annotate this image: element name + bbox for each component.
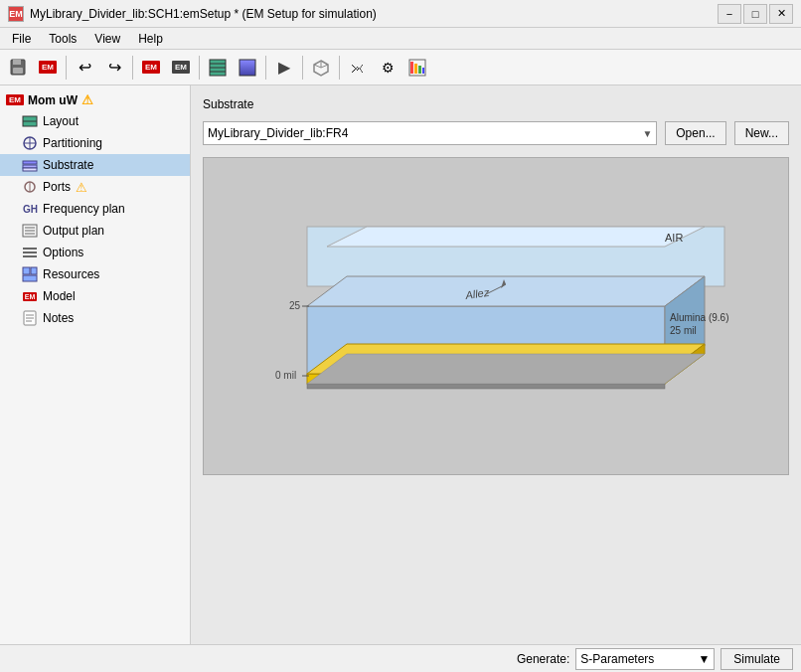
svg-rect-24 [23, 168, 37, 171]
options-icon [22, 245, 38, 260]
menu-tools[interactable]: Tools [41, 30, 84, 48]
sidebar-item-model[interactable]: EM Model [0, 285, 190, 307]
svg-marker-43 [327, 227, 705, 247]
sidebar-item-label-notes: Notes [43, 311, 74, 325]
alumina-mil: 25 mil [670, 325, 697, 336]
svg-marker-45 [307, 276, 705, 306]
svg-text:GHz: GHz [23, 204, 38, 215]
close-button[interactable]: ✕ [769, 4, 793, 24]
svg-rect-15 [418, 66, 421, 74]
substrate-visualization: AIR [203, 157, 789, 475]
main-container: EM Mom uW ⚠ Layout Partitioning Substrat… [0, 85, 801, 644]
sidebar-item-options[interactable]: Options [0, 242, 190, 263]
play-button[interactable]: ▶ [270, 54, 298, 82]
svg-rect-2 [13, 68, 23, 74]
marker-25: 25 [289, 300, 301, 311]
sidebar-group-header[interactable]: EM Mom uW ⚠ [0, 89, 190, 110]
undo-button[interactable]: ↩ [71, 54, 98, 82]
new-button[interactable]: New... [734, 121, 789, 145]
status-bar: Generate: S-Parameters ▼ Simulate [0, 644, 801, 672]
em-left-button[interactable]: EM [137, 54, 165, 82]
sidebar-item-substrate[interactable]: Substrate [0, 154, 190, 176]
title-bar-left: EM MyLibrary_Divider_lib:SCH1:emSetup * … [8, 6, 377, 22]
minimize-button[interactable]: − [718, 4, 741, 24]
svg-rect-7 [240, 60, 255, 76]
toolbar-separator-2 [132, 56, 133, 80]
svg-rect-35 [23, 267, 30, 274]
svg-rect-33 [23, 252, 37, 253]
toolbar-separator-6 [339, 56, 340, 80]
sidebar-item-notes[interactable]: Notes [0, 307, 190, 329]
model-icon: EM [22, 288, 38, 304]
substrate-dropdown[interactable]: MyLibrary_Divider_lib:FR4 ▼ [203, 121, 657, 145]
sidebar-item-label-frequency-plan: Frequency plan [43, 202, 125, 216]
alumina-label: Alumina (9.6) [670, 312, 728, 323]
menu-help[interactable]: Help [130, 30, 171, 48]
sidebar-item-label-resources: Resources [43, 267, 99, 281]
menu-bar: File Tools View Help [0, 28, 801, 50]
open-button[interactable]: Open... [665, 121, 725, 145]
window-title: MyLibrary_Divider_lib:SCH1:emSetup * (EM… [30, 7, 377, 21]
spectrum-button[interactable] [403, 54, 431, 82]
svg-rect-22 [23, 161, 37, 164]
gradient-button[interactable] [234, 54, 261, 82]
sidebar: EM Mom uW ⚠ Layout Partitioning Substrat… [0, 85, 191, 644]
maximize-button[interactable]: □ [743, 4, 767, 24]
svg-rect-37 [23, 275, 37, 281]
menu-view[interactable]: View [86, 30, 128, 48]
app-icon-label: EM [9, 9, 23, 19]
svg-marker-51 [307, 354, 705, 384]
simulate-button[interactable]: Simulate [721, 648, 793, 670]
svg-rect-32 [23, 248, 37, 250]
section-title: Substrate [203, 97, 789, 111]
toolbar-separator-5 [302, 56, 303, 80]
sidebar-item-label-model: Model [43, 289, 76, 303]
sidebar-item-output-plan[interactable]: Output plan [0, 220, 190, 242]
sidebar-item-label-substrate: Substrate [43, 158, 93, 172]
save-button[interactable] [4, 54, 32, 82]
striped-button[interactable] [204, 54, 232, 82]
svg-rect-14 [414, 64, 417, 74]
freq-icon: GHz [22, 201, 38, 217]
svg-rect-1 [13, 60, 21, 65]
toolbar: EM ↩ ↪ EM EM ▶ ⩙ ⚙ [0, 50, 801, 85]
sidebar-item-label-output-plan: Output plan [43, 224, 104, 238]
title-bar-controls: − □ ✕ [718, 4, 793, 24]
sidebar-item-partitioning[interactable]: Partitioning [0, 132, 190, 154]
output-icon [22, 223, 38, 239]
sidebar-group-warning-icon: ⚠ [81, 92, 93, 107]
menu-file[interactable]: File [4, 30, 39, 48]
partition-icon [22, 135, 38, 151]
sidebar-item-layout[interactable]: Layout [0, 110, 190, 132]
substrate-svg: AIR [247, 217, 744, 416]
redo-button[interactable]: ↪ [100, 54, 128, 82]
svg-line-11 [314, 65, 321, 68]
content-area: Substrate MyLibrary_Divider_lib:FR4 ▼ Op… [191, 85, 801, 644]
sidebar-item-ports[interactable]: Ports ⚠ [0, 176, 190, 198]
ports-warning-icon: ⚠ [76, 180, 87, 195]
svg-rect-13 [410, 62, 413, 74]
title-bar: EM MyLibrary_Divider_lib:SCH1:emSetup * … [0, 0, 801, 28]
wave-button[interactable]: ⩙ [344, 54, 372, 82]
svg-rect-36 [31, 267, 37, 274]
notes-icon [22, 310, 38, 326]
toolbar-separator-1 [66, 56, 67, 80]
ports-icon [22, 179, 38, 195]
substrate-row: MyLibrary_Divider_lib:FR4 ▼ Open... New.… [203, 121, 789, 145]
em-icon-button[interactable]: EM [34, 54, 62, 82]
marker-0-label: 0 mil [275, 370, 296, 381]
generate-dropdown[interactable]: S-Parameters ▼ [575, 648, 715, 670]
toolbar-separator-4 [265, 56, 266, 80]
em-right-button[interactable]: EM [167, 54, 195, 82]
cube-button[interactable] [307, 54, 335, 82]
app-icon: EM [8, 6, 24, 22]
sidebar-item-resources[interactable]: Resources [0, 263, 190, 285]
sidebar-item-frequency-plan[interactable]: GHz Frequency plan [0, 198, 190, 220]
svg-rect-50 [307, 384, 665, 389]
sidebar-group-label: Mom uW [28, 93, 78, 107]
resources-icon [22, 266, 38, 282]
substrate-value: MyLibrary_Divider_lib:FR4 [208, 126, 348, 140]
gear-button[interactable]: ⚙ [374, 54, 401, 82]
sidebar-item-label-ports: Ports [43, 180, 71, 194]
dropdown-arrow-2-icon: ▼ [698, 652, 710, 666]
